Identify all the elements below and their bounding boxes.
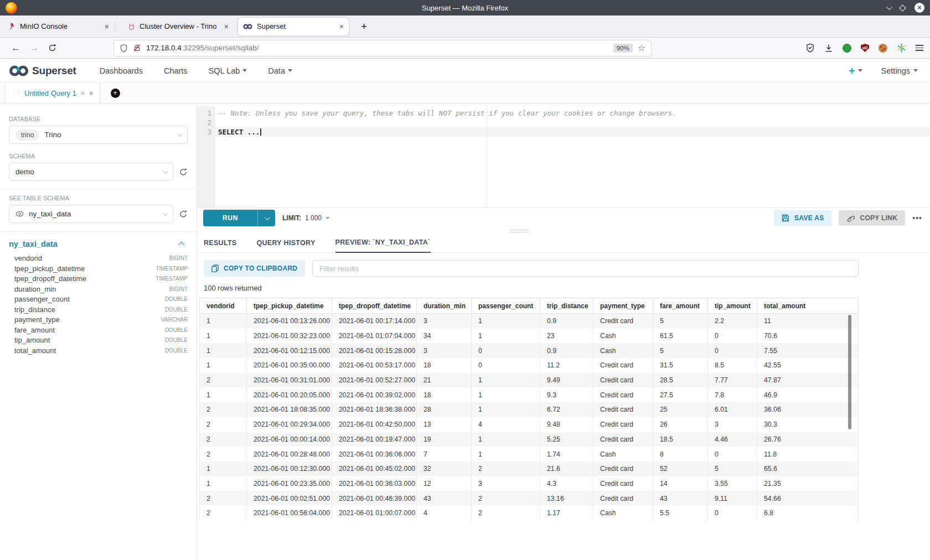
browser-tab-trino[interactable]: Cluster Overview - Trino × bbox=[123, 18, 234, 35]
url-host: 172.18.0.4 bbox=[146, 44, 182, 52]
drag-handle-icon[interactable]: ⋮⋮ bbox=[11, 90, 20, 97]
query-tab-close-icon[interactable]: × bbox=[89, 89, 94, 97]
add-new-button[interactable]: + bbox=[849, 65, 862, 76]
filter-results-input[interactable] bbox=[312, 260, 859, 277]
table-cell: Credit card bbox=[593, 476, 653, 491]
pocket-shield-icon[interactable] bbox=[805, 43, 815, 53]
more-actions-button[interactable]: ••• bbox=[912, 214, 922, 222]
forward-icon[interactable]: → bbox=[25, 43, 43, 54]
tracking-shield-icon[interactable] bbox=[120, 44, 128, 53]
nav-item-dashboards[interactable]: Dashboards bbox=[100, 66, 143, 75]
sql-editor[interactable]: 1 2 3 -- Note: Unless you save your quer… bbox=[197, 106, 930, 208]
column-header-passenger_count[interactable]: passenger_count bbox=[472, 298, 540, 313]
column-header-total_amount[interactable]: total_amount bbox=[757, 298, 858, 313]
table-cell: 2 bbox=[200, 402, 247, 417]
collapse-table-icon[interactable] bbox=[178, 242, 184, 248]
window-maximize-icon[interactable] bbox=[899, 4, 906, 12]
table-scrollbar[interactable] bbox=[848, 315, 851, 429]
table-cell: 5 bbox=[653, 343, 708, 358]
table-cell: 2021-06-01 00:17:14.000 bbox=[332, 314, 417, 329]
tab-preview-ny-taxi-data[interactable]: PREVIEW: `NY_TAXI_DATA` bbox=[335, 238, 431, 253]
database-select[interactable]: trino Trino bbox=[9, 126, 188, 144]
table-cell: 21.6 bbox=[540, 462, 593, 476]
tab-close-icon[interactable]: × bbox=[105, 23, 109, 30]
copy-to-clipboard-button[interactable]: COPY TO CLIPBOARD bbox=[204, 260, 305, 277]
browser-tab-superset[interactable]: Superset × bbox=[238, 18, 349, 35]
nav-item-sql-lab[interactable]: SQL Lab bbox=[209, 66, 247, 75]
table-cell: 1 bbox=[472, 373, 540, 388]
run-query-button[interactable]: RUN bbox=[203, 210, 275, 226]
copy-icon bbox=[211, 265, 219, 272]
tab-close-icon[interactable]: × bbox=[339, 23, 344, 30]
table-cell: 2021-06-01 00:31:01.000 bbox=[247, 373, 332, 388]
table-select[interactable]: ny_taxi_data bbox=[9, 205, 173, 223]
window-close-icon[interactable]: × bbox=[914, 3, 924, 13]
copy-link-button[interactable]: COPY LINK bbox=[839, 210, 905, 226]
browser-new-tab-button[interactable]: + bbox=[361, 21, 367, 32]
column-header-fare_amount[interactable]: fare_amount bbox=[653, 298, 708, 313]
settings-menu[interactable]: Settings bbox=[881, 66, 918, 75]
pane-resize-handle[interactable] bbox=[197, 228, 930, 235]
database-label: DATABASE bbox=[9, 116, 188, 122]
chevron-down-icon bbox=[163, 168, 168, 174]
query-tab[interactable]: ⋮⋮ Untitled Query 1 × bbox=[4, 83, 100, 103]
window-minimize-icon[interactable] bbox=[886, 4, 892, 10]
limit-dropdown[interactable]: LIMIT: 1 000 bbox=[282, 214, 330, 222]
table-cell: 32 bbox=[417, 462, 472, 476]
nav-item-charts[interactable]: Charts bbox=[164, 66, 188, 75]
editor-toolbar: RUN LIMIT: 1 000 SAVE AS COPY LINK ••• bbox=[197, 208, 930, 228]
refresh-schema-icon[interactable] bbox=[179, 168, 188, 177]
table-cell: 2021-06-01 00:02:51.000 bbox=[247, 491, 332, 506]
table-row: 12021-06-01 00:20:05.0002021-06-01 00:39… bbox=[200, 387, 858, 402]
column-type: BIGINT bbox=[169, 255, 188, 263]
column-header-tpep_dropoff_datetime[interactable]: tpep_dropoff_datetime bbox=[332, 298, 417, 313]
reload-icon[interactable] bbox=[43, 44, 61, 52]
schema-select[interactable]: demo bbox=[9, 163, 173, 181]
tab-query-history[interactable]: QUERY HISTORY bbox=[257, 239, 316, 252]
run-label[interactable]: RUN bbox=[203, 210, 257, 226]
nav-item-data[interactable]: Data bbox=[268, 66, 292, 75]
editor-code[interactable]: -- Note: Unless you save your query, the… bbox=[215, 106, 930, 208]
back-icon[interactable]: ← bbox=[7, 43, 25, 54]
cookie-extension-icon[interactable] bbox=[879, 44, 887, 53]
tab-results[interactable]: RESULTS bbox=[204, 239, 237, 252]
table-cell: 2021-06-01 00:15:28.000 bbox=[332, 343, 417, 358]
tab-close-icon[interactable]: × bbox=[224, 23, 229, 30]
browser-tab-minio[interactable]: MinIO Console × bbox=[3, 18, 114, 35]
table-cell: 2021-06-01 00:53:17.000 bbox=[332, 358, 417, 373]
column-header-vendorid[interactable]: vendorid bbox=[200, 298, 247, 313]
table-name-link[interactable]: ny_taxi_data bbox=[9, 240, 58, 248]
print-margin-line bbox=[487, 106, 487, 208]
column-header-payment_type[interactable]: payment_type bbox=[593, 298, 653, 313]
run-options-caret[interactable] bbox=[257, 210, 275, 226]
browser-tab-title: MinIO Console bbox=[20, 22, 68, 30]
extension-green-icon[interactable] bbox=[843, 44, 851, 53]
column-header-trip_distance[interactable]: trip_distance bbox=[540, 298, 593, 313]
menu-hamburger-icon[interactable] bbox=[916, 45, 923, 51]
column-header-duration_min[interactable]: duration_min bbox=[417, 298, 472, 313]
column-header-tip_amount[interactable]: tip_amount bbox=[708, 298, 757, 313]
table-cell: 2021-06-01 00:20:05.000 bbox=[247, 387, 332, 402]
schema-column-list: vendoridBIGINTtpep_pickup_datetimeTIMEST… bbox=[9, 253, 188, 356]
line-number: 3 bbox=[197, 127, 211, 137]
save-as-button[interactable]: SAVE AS bbox=[774, 210, 831, 226]
ublock-origin-icon[interactable]: uO bbox=[861, 44, 869, 52]
refresh-tables-icon[interactable] bbox=[179, 210, 188, 219]
insecure-lock-icon[interactable] bbox=[133, 44, 141, 52]
table-cell: 5.5 bbox=[653, 506, 708, 521]
column-type: VARCHAR bbox=[161, 316, 188, 324]
url-bar[interactable]: 172.18.0.4:32295/superset/sqllab/ 90% ☆ bbox=[113, 40, 652, 56]
table-cell: 12 bbox=[417, 476, 472, 491]
column-name: total_amount bbox=[14, 347, 56, 355]
multicolor-asterisk-icon[interactable] bbox=[897, 43, 906, 53]
column-type: DOUBLE bbox=[165, 336, 188, 345]
downloads-icon[interactable] bbox=[824, 44, 833, 53]
editor-comment-line: -- Note: Unless you save your query, the… bbox=[215, 108, 930, 118]
results-tabbar: RESULTS QUERY HISTORY PREVIEW: `NY_TAXI_… bbox=[197, 235, 930, 253]
zoom-level-badge[interactable]: 90% bbox=[613, 44, 633, 53]
editor-query-line: SELECT ... bbox=[218, 128, 260, 136]
table-cell: 4 bbox=[472, 417, 540, 432]
new-query-tab-button[interactable]: + bbox=[111, 89, 120, 98]
bookmark-star-icon[interactable]: ☆ bbox=[638, 43, 645, 53]
column-header-tpep_pickup_datetime[interactable]: tpep_pickup_datetime bbox=[247, 298, 332, 313]
